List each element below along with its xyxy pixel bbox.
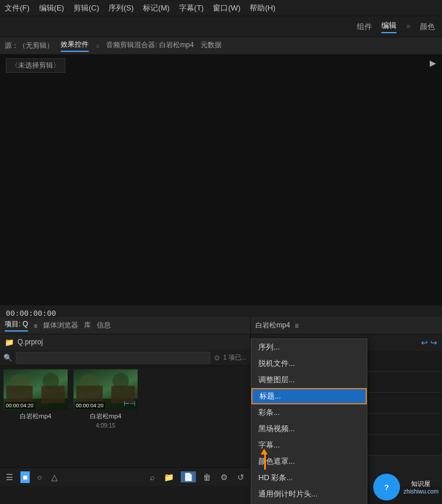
panel-menu-icon[interactable]: ≡ (96, 43, 99, 50)
thumb-overlay-2: 00:00:04:20 (75, 402, 105, 409)
project-tabs: 项目: Q ≡ 媒体浏览器 库 信息 (0, 317, 250, 334)
context-color-bars[interactable]: 彩条... (251, 404, 367, 421)
list-view-button[interactable]: ☰ (3, 471, 16, 483)
project-toolbar: ☰ ■ ○ △ ⌕ 📁 📄 🗑 ⚙ ↺ (0, 467, 250, 486)
menu-bar: 文件(F) 编辑(E) 剪辑(C) 序列(S) 标记(M) 字幕(T) 窗口(W… (0, 0, 442, 16)
menu-subtitle[interactable]: 字幕(T) (179, 3, 204, 13)
project-name-row: 📁 Q.prproj (0, 334, 250, 350)
trim-icon: ⊢⊣ (124, 400, 135, 408)
context-sequence[interactable]: 序列... (251, 339, 367, 355)
arrow-head (261, 449, 268, 454)
search-cam-icon: ⊙ (214, 354, 220, 362)
flow-view-button[interactable]: ○ (34, 471, 44, 483)
preview-area: 〈未选择剪辑〉 ▶ (0, 55, 442, 305)
media-thumb-2: 00:00:04:20 ⊢⊣ (73, 369, 138, 410)
go-to-start-icon[interactable]: ↩ (421, 338, 428, 347)
new-item-button[interactable]: 📄 (181, 471, 196, 482)
arrow-line (264, 452, 266, 470)
menu-clip[interactable]: 剪辑(C) (73, 3, 99, 13)
context-hd-bars[interactable]: HD 彩条... (251, 470, 367, 486)
effect-panel: 源：（无剪辑） 效果控件 ≡ 音频剪辑混合器: 白岩松mp4 元数据 〈未选择剪… (0, 37, 442, 317)
media-label-2: 白岩松mp4 (90, 412, 121, 421)
panel-tabs: 源：（无剪辑） 效果控件 ≡ 音频剪辑混合器: 白岩松mp4 元数据 (0, 37, 442, 55)
new-folder-button[interactable]: 📁 (162, 471, 176, 483)
tab-library[interactable]: 库 (84, 320, 91, 330)
tab-info[interactable]: 信息 (97, 320, 111, 330)
timeline-title: 白岩松mp4 (255, 320, 290, 330)
media-duration-2: 4:09:15 (96, 422, 115, 429)
menu-window[interactable]: 窗口(W) (213, 3, 240, 13)
context-color-matte[interactable]: 颜色遮罩... (251, 453, 367, 470)
timeline-menu-icon[interactable]: ≡ (294, 322, 299, 330)
search-icon: 🔍 (3, 354, 12, 362)
tab-media-browser[interactable]: 媒体浏览器 (43, 320, 78, 330)
menu-sequence[interactable]: 序列(S) (108, 3, 134, 13)
media-grid: 00:00:04:20 白岩松mp4 00:00:04:20 ⊢⊣ (0, 366, 250, 467)
project-name: Q.prproj (17, 338, 43, 346)
delete-button[interactable]: 🗑 (201, 471, 213, 483)
timeline-header: 白岩松mp4 ≡ (251, 317, 442, 334)
watermark-url: zhishiwu.com (404, 488, 439, 495)
icon-view-button[interactable]: ■ (20, 471, 30, 483)
context-adjust-layer[interactable]: 调整图层... (251, 372, 367, 388)
search-count: 1 项已... (223, 353, 247, 362)
folder-icon: 📁 (5, 338, 14, 347)
tab-audio-mixer[interactable]: 音频剪辑混合器: 白岩松mp4 (106, 40, 194, 51)
context-countdown[interactable]: 通用倒计时片头... (251, 486, 367, 502)
top-header: 组件 编辑 ≡ 颜色 (0, 16, 442, 37)
context-title[interactable]: 标题... (251, 388, 367, 404)
refresh-button[interactable]: ↺ (235, 471, 247, 483)
watermark-circle: ? (373, 474, 400, 501)
context-caption[interactable]: 字幕... (251, 437, 367, 453)
media-label-1: 白岩松mp4 (20, 412, 51, 421)
timecode-display: 00:00:00:00 (6, 309, 56, 318)
menu-file[interactable]: 文件(F) (5, 3, 30, 13)
media-thumb-1: 00:00:04:20 (3, 369, 68, 410)
search-input[interactable] (16, 352, 211, 364)
media-item[interactable]: 00:00:04:20 白岩松mp4 (3, 369, 68, 464)
context-black-video[interactable]: 黑场视频... (251, 421, 367, 437)
settings-button[interactable]: ⚙ (218, 471, 230, 483)
menu-marker[interactable]: 标记(M) (143, 3, 170, 13)
no-clip-label: 〈未选择剪辑〉 (6, 58, 65, 73)
metadata-button[interactable]: △ (49, 471, 60, 483)
project-menu-icon[interactable]: ≡ (34, 322, 37, 329)
header-component[interactable]: 组件 (357, 22, 372, 32)
source-label: 源：（无剪辑） (5, 41, 54, 51)
header-color[interactable]: 颜色 (420, 22, 435, 32)
project-panel: 项目: Q ≡ 媒体浏览器 库 信息 📁 Q.prproj 🔍 ⊙ 1 项已..… (0, 317, 251, 486)
watermark: ? 知识屋 zhishiwu.com (373, 474, 439, 501)
preview-play-button[interactable]: ▶ (430, 58, 436, 68)
bottom-panel: 项目: Q ≡ 媒体浏览器 库 信息 📁 Q.prproj 🔍 ⊙ 1 项已..… (0, 317, 442, 486)
search-bar: 🔍 ⊙ 1 项已... (0, 350, 250, 366)
arrow-right-icon[interactable]: ↪ (430, 338, 437, 347)
menu-edit[interactable]: 编辑(E) (39, 3, 64, 13)
menu-help[interactable]: 帮助(H) (250, 3, 275, 13)
media-item-2[interactable]: 00:00:04:20 ⊢⊣ 白岩松mp4 4:09:15 (73, 369, 138, 464)
context-offline-file[interactable]: 脱机文件... (251, 355, 367, 372)
header-menu[interactable]: ≡ (406, 22, 411, 31)
tab-project[interactable]: 项目: Q (5, 319, 28, 332)
tab-effect-controls[interactable]: 效果控件 (61, 40, 89, 52)
tab-metadata[interactable]: 元数据 (201, 40, 222, 51)
watermark-brand: 知识屋 (411, 480, 430, 488)
context-menu: 序列... 脱机文件... 调整图层... 标题... 彩条... 黑场视频..… (251, 339, 367, 504)
header-edit[interactable]: 编辑 (381, 20, 397, 33)
thumb-overlay-1: 00:00:04:20 (5, 402, 35, 409)
watermark-question: ? (384, 483, 389, 492)
search-toolbar-button[interactable]: ⌕ (148, 471, 157, 483)
